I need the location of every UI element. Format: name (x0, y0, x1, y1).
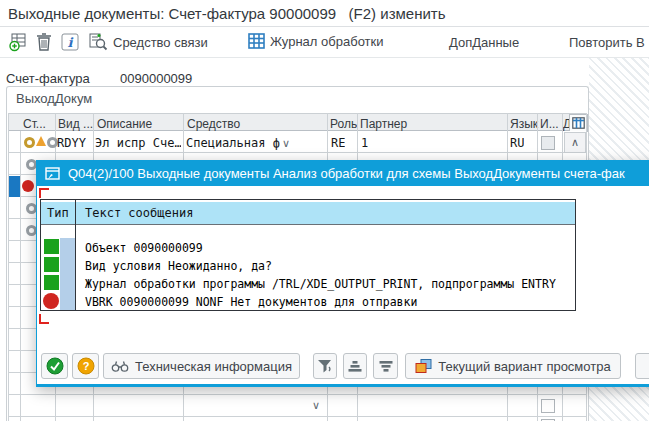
cell-kind[interactable]: RDYY (57, 136, 86, 150)
message-row[interactable]: Вид условия Неожиданно, да? (85, 259, 272, 273)
analysis-dialog: Q04(2)/100 Выходные документы Анализ обр… (36, 160, 649, 387)
cell-description[interactable]: Эл испр Сче… (95, 136, 181, 150)
additional-data-button[interactable]: ДопДанные (449, 35, 519, 50)
invoice-value: 0090000099 (120, 71, 192, 86)
message-table-header: Тип Текст сообщения (41, 202, 575, 225)
col-processed[interactable]: И... (540, 117, 559, 131)
svg-text:?: ? (82, 360, 89, 372)
sap-window: Выходные документы: Счет-фактура 9000009… (0, 0, 649, 421)
repeat-output-button[interactable]: Повторить В (569, 35, 645, 50)
check-icon (46, 357, 64, 375)
resize-marker-icon (39, 314, 49, 324)
processed-checkbox[interactable] (541, 399, 555, 413)
col-partner[interactable]: Партнер (360, 117, 407, 131)
medium-dropdown-icon[interactable]: ∨ (312, 399, 320, 412)
type-cell[interactable] (60, 292, 75, 310)
sort-ascending-icon (347, 360, 363, 373)
communication-label: Средство связи (113, 35, 208, 50)
communication-button[interactable]: Средство связи (88, 32, 208, 52)
table-header-row: Ст... Вид ... Описание Средство Роль Пар… (8, 113, 586, 131)
col-description[interactable]: Описание (97, 117, 152, 131)
communication-icon (88, 32, 108, 52)
info-button[interactable]: i (61, 33, 79, 51)
success-square-icon (44, 239, 59, 254)
window-icon (45, 167, 60, 180)
grid-icon (248, 33, 265, 49)
message-row[interactable]: Журнал обработки программы /TRL/XDE_OUTP… (85, 277, 556, 291)
dialog-titlebar[interactable]: Q04(2)/100 Выходные документы Анализ обр… (37, 161, 649, 186)
groupbox-title: ВыходДокум (16, 91, 92, 106)
filter-icon (317, 359, 333, 374)
grid-line (20, 131, 21, 421)
repeat-output-label: Повторить В (569, 35, 645, 50)
col-medium[interactable]: Средство (187, 117, 240, 131)
success-square-icon (44, 257, 59, 272)
delete-button[interactable] (35, 32, 53, 52)
sort-ascending-button[interactable] (343, 353, 367, 379)
col-status[interactable]: Ст... (23, 117, 46, 131)
binoculars-icon (111, 360, 129, 373)
status-yellow-ring-icon (24, 137, 35, 148)
scroll-up-button[interactable]: ∧ (564, 132, 586, 153)
cell-partner[interactable]: 1 (361, 136, 368, 150)
question-icon: ? (77, 357, 95, 375)
filter-button[interactable] (313, 353, 337, 379)
message-row[interactable]: Объект 0090000099 (85, 241, 203, 255)
table-add-icon (8, 32, 28, 52)
col-language[interactable]: Язык (510, 117, 538, 131)
variant-layers-icon (415, 358, 432, 374)
cell-language[interactable]: RU (510, 136, 524, 150)
processing-log-label: Журнал обработки (270, 34, 383, 49)
type-cell[interactable] (60, 238, 75, 256)
technical-info-button[interactable]: Техническая информация (103, 353, 300, 379)
help-button[interactable]: ? (72, 353, 99, 379)
variant-button-partial[interactable] (635, 353, 649, 379)
cell-role[interactable]: RE (331, 136, 345, 150)
technical-info-label: Техническая информация (135, 359, 292, 374)
status-error-icon (22, 180, 34, 192)
processing-log-button[interactable]: Журнал обработки (248, 33, 383, 49)
invoice-label: Счет-фактура (6, 71, 90, 86)
create-output-button[interactable] (8, 32, 28, 52)
table-settings-icon (572, 117, 585, 129)
info-icon: i (61, 33, 79, 51)
trash-icon (35, 32, 53, 52)
medium-dropdown-icon[interactable]: ∨ (282, 137, 290, 150)
resize-marker-icon (39, 188, 49, 198)
confirm-button[interactable] (41, 353, 68, 379)
status-warning-triangle-icon (36, 136, 46, 146)
page-title: Выходные документы: Счет-фактура 9000009… (8, 5, 446, 22)
type-cell[interactable] (60, 256, 75, 274)
divider (0, 57, 649, 58)
text-header: Текст сообщения (85, 206, 193, 220)
current-variant-label: Текущий вариант просмотра (438, 359, 610, 374)
sort-descending-icon (378, 360, 394, 373)
message-table: Тип Текст сообщения Объект 0090000099 Ви… (40, 199, 576, 311)
sort-descending-button[interactable] (373, 353, 398, 379)
row-selector-selected[interactable] (9, 176, 20, 197)
type-cell[interactable] (60, 274, 75, 292)
column-separator (75, 200, 76, 310)
error-circle-icon (43, 293, 59, 309)
divider (0, 26, 649, 27)
success-square-icon (44, 275, 59, 290)
additional-data-label: ДопДанные (449, 35, 519, 50)
message-row[interactable]: VBRK 0090000099 NONF Нет документов для … (85, 295, 417, 309)
processed-checkbox[interactable] (541, 136, 555, 150)
col-kind[interactable]: Вид ... (58, 117, 93, 131)
current-variant-button[interactable]: Текущий вариант просмотра (405, 353, 621, 379)
cell-medium[interactable]: Специальная функц… (186, 136, 280, 150)
type-header: Тип (47, 206, 69, 220)
dialog-title: Q04(2)/100 Выходные документы Анализ обр… (68, 166, 625, 181)
grid-line (8, 113, 9, 421)
col-role[interactable]: Роль (330, 117, 357, 131)
